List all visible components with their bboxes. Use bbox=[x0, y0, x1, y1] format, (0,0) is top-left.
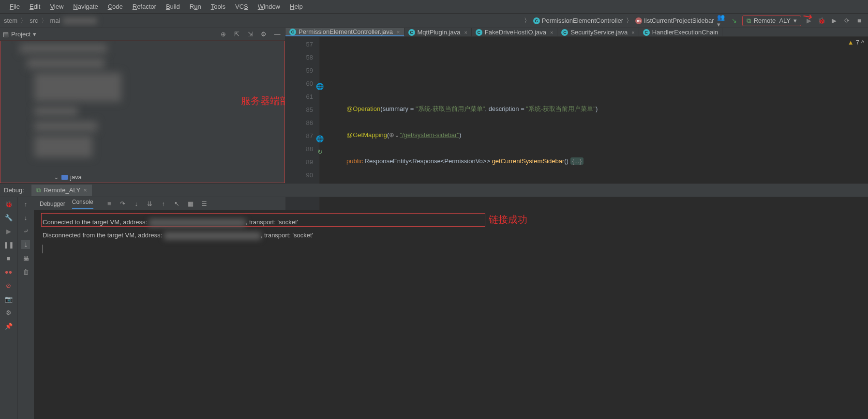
force-step-icon[interactable]: ⇊ bbox=[146, 200, 154, 208]
debug-panel: Debug: ⧉ Remote_ALY × 🐞 🔧 ▶ ❚❚ ■ ●● ⊘ 📷 … bbox=[0, 183, 868, 419]
print-icon[interactable]: 🖶 bbox=[21, 254, 30, 263]
debug-bug-icon[interactable]: 🐞 bbox=[817, 16, 826, 26]
class-icon: C bbox=[289, 29, 296, 35]
recursive-icon[interactable]: ↻ bbox=[316, 145, 323, 152]
console-output[interactable]: Connected to the target VM, address: , t… bbox=[34, 211, 868, 419]
tab-fake-drive[interactable]: CFakeDriveHostIO.java× bbox=[472, 28, 558, 36]
chevron-down-icon: ▾ bbox=[33, 31, 36, 38]
coverage-icon[interactable]: ▶ bbox=[829, 16, 839, 26]
camera-icon[interactable]: 📷 bbox=[4, 295, 13, 303]
run-config-selector[interactable]: ⧉ Remote_ALY ▾ bbox=[742, 16, 801, 26]
menu-help[interactable]: Help bbox=[285, 3, 308, 10]
expand-icon[interactable]: ⇲ bbox=[245, 30, 255, 39]
step-into2-icon[interactable]: ↓ bbox=[132, 200, 141, 208]
menu-bar: File Edit View Navigate Code Refactor Bu… bbox=[0, 0, 868, 14]
debug-sub-tabs: Debugger Console ≡ ↷ ↓ ⇊ ↑ ↖ ▦ ☰ bbox=[34, 197, 868, 211]
class-icon: C bbox=[533, 17, 540, 24]
step-out-icon[interactable]: ↑ bbox=[159, 200, 168, 208]
debug-content: Debugger Console ≡ ↷ ↓ ⇊ ↑ ↖ ▦ ☰ Connect… bbox=[34, 197, 868, 419]
debug-toolbar-left: 🐞 🔧 ▶ ❚❚ ■ ●● ⊘ 📷 ⚙ 📌 bbox=[0, 197, 17, 419]
settings-gear-icon[interactable]: ⚙ bbox=[4, 308, 13, 317]
close-icon[interactable]: × bbox=[631, 30, 634, 35]
debug-session-tab[interactable]: ⧉ Remote_ALY × bbox=[31, 185, 92, 196]
tree-item-java[interactable]: ⌄ java bbox=[54, 173, 82, 181]
project-panel: ▤ Project ▾ ⊕ ⇱ ⇲ ⚙ — ⌄ java bbox=[0, 28, 285, 183]
collapse-icon[interactable]: ⇱ bbox=[232, 30, 241, 39]
settings-gear-icon[interactable]: ⚙ bbox=[259, 30, 269, 39]
menu-window[interactable]: Window bbox=[253, 3, 285, 10]
class-icon: C bbox=[561, 29, 568, 36]
menu-build[interactable]: Build bbox=[161, 3, 185, 10]
tab-mqtt-plugin[interactable]: CMqttPlugin.java× bbox=[404, 28, 472, 36]
modify-run-icon[interactable]: 🔧 bbox=[4, 213, 13, 222]
close-icon[interactable]: × bbox=[550, 30, 553, 35]
menu-file[interactable]: File bbox=[5, 3, 25, 10]
remote-icon: ⧉ bbox=[747, 17, 751, 25]
chevron-down-icon: ▾ bbox=[793, 17, 797, 24]
close-icon[interactable]: × bbox=[397, 29, 400, 35]
tab-handler-chain[interactable]: CHandlerExecutionChain bbox=[639, 28, 723, 36]
tab-debugger[interactable]: Debugger bbox=[40, 201, 65, 207]
mute-breakpoints-icon[interactable]: ⊘ bbox=[4, 281, 13, 290]
tab-permission-controller[interactable]: CPermissionElementController.java× bbox=[285, 28, 404, 36]
nav-class[interactable]: CPermissionElementController bbox=[533, 17, 623, 24]
stop-icon[interactable]: ■ bbox=[854, 16, 864, 26]
debug-header: Debug: ⧉ Remote_ALY × bbox=[0, 184, 868, 197]
rerun-bug-icon[interactable]: 🐞 bbox=[4, 200, 13, 208]
debug-label: Debug: bbox=[4, 186, 24, 194]
scroll-end-icon[interactable]: ⤓ bbox=[21, 240, 30, 249]
menu-vcs[interactable]: VCS bbox=[230, 3, 253, 10]
tab-console[interactable]: Console bbox=[72, 199, 93, 209]
class-icon: C bbox=[408, 29, 415, 36]
nav-method[interactable]: mlistCurrentProjectSidebar bbox=[635, 17, 714, 24]
locate-icon[interactable]: ⊕ bbox=[218, 30, 228, 39]
menu-run[interactable]: Run bbox=[185, 3, 206, 10]
menu-refactor[interactable]: Refactor bbox=[128, 3, 161, 10]
warning-icon: ▲ bbox=[848, 39, 854, 46]
method-icon: m bbox=[635, 17, 642, 24]
menu-tools[interactable]: Tools bbox=[206, 3, 230, 10]
tab-security-service[interactable]: CSecurityService.java× bbox=[557, 28, 639, 36]
breadcrumb-item[interactable]: src bbox=[30, 17, 38, 24]
pin-icon[interactable]: 📌 bbox=[4, 322, 13, 330]
menu-navigate[interactable]: Navigate bbox=[68, 3, 103, 10]
menu-code[interactable]: Code bbox=[103, 3, 128, 10]
close-icon[interactable]: × bbox=[464, 30, 467, 35]
resume-icon[interactable]: ▶ bbox=[4, 227, 13, 235]
annotation-source-code: 服务器端部署的源代码 bbox=[241, 94, 285, 108]
menu-edit[interactable]: Edit bbox=[25, 3, 45, 10]
project-tree[interactable]: ⌄ java 服务器端部署的源代码 bbox=[0, 41, 285, 183]
step-over-icon[interactable]: ≡ bbox=[105, 200, 114, 208]
breadcrumb-item[interactable]: stem bbox=[4, 17, 17, 24]
main-content: ▤ Project ▾ ⊕ ⇱ ⇲ ⚙ — ⌄ java bbox=[0, 28, 868, 183]
web-icon[interactable]: 🌐 bbox=[316, 132, 323, 139]
project-icon: ▤ bbox=[3, 31, 9, 38]
drop-frame-icon[interactable]: ↖ bbox=[173, 200, 181, 208]
down-icon[interactable]: ↓ bbox=[21, 213, 30, 222]
run-to-cursor-icon[interactable]: ▦ bbox=[186, 200, 195, 208]
breadcrumb-item[interactable]: mai bbox=[50, 17, 60, 24]
step-into-icon[interactable]: ↷ bbox=[119, 200, 127, 208]
soft-wrap-icon[interactable]: ⤶ bbox=[21, 227, 30, 235]
remote-icon: ⧉ bbox=[36, 186, 41, 194]
clear-trash-icon[interactable]: 🗑 bbox=[21, 267, 30, 276]
profile-icon[interactable]: ⟳ bbox=[842, 16, 852, 26]
minimize-icon[interactable]: — bbox=[272, 30, 282, 39]
close-icon[interactable]: × bbox=[83, 186, 87, 194]
class-icon: C bbox=[476, 29, 482, 36]
pause-icon[interactable]: ❚❚ bbox=[4, 240, 13, 249]
view-breakpoints-icon[interactable]: ●● bbox=[4, 267, 13, 276]
project-tool-button[interactable]: ▤ Project ▾ bbox=[3, 31, 36, 38]
web-icon[interactable]: 🌐 bbox=[316, 80, 323, 87]
build-hammer-icon[interactable]: ↘ bbox=[730, 16, 739, 26]
up-icon[interactable]: ↑ bbox=[21, 200, 30, 208]
menu-view[interactable]: View bbox=[45, 3, 68, 10]
annotation-connect-ok: 链接成功 bbox=[489, 213, 527, 226]
chevron-down-icon: ⌄ bbox=[54, 173, 59, 181]
evaluate-icon[interactable]: ☰ bbox=[200, 200, 209, 208]
editor-tabs: CPermissionElementController.java× CMqtt… bbox=[285, 28, 868, 37]
users-icon[interactable]: 👥▾ bbox=[717, 16, 727, 26]
inspection-badge[interactable]: ▲ 7 ^ bbox=[848, 39, 864, 46]
stop-icon[interactable]: ■ bbox=[4, 254, 13, 263]
text-cursor bbox=[43, 245, 43, 253]
